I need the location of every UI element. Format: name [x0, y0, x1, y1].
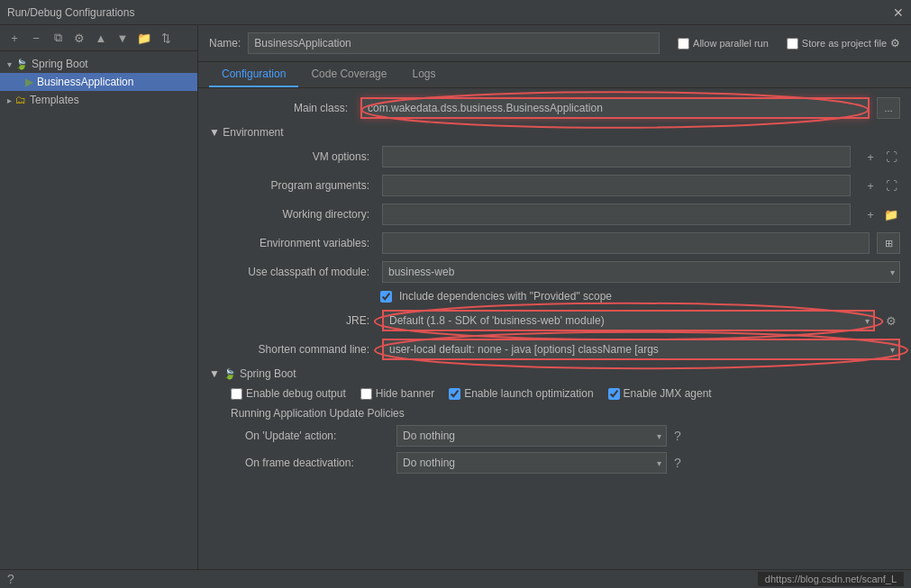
allow-parallel-checkbox[interactable]: [678, 38, 689, 50]
title-bar: Run/Debug Configurations ✕: [0, 0, 911, 25]
remove-config-button[interactable]: −: [27, 29, 45, 47]
on-frame-help-icon[interactable]: ?: [674, 456, 681, 470]
copy-config-button[interactable]: ⧉: [49, 29, 67, 47]
enable-debug-label[interactable]: Enable debug output: [231, 387, 346, 400]
store-project-row: Store as project file ⚙: [787, 37, 900, 50]
main-class-browse-button[interactable]: ...: [877, 97, 900, 119]
enable-debug-checkbox[interactable]: [231, 388, 242, 400]
program-args-input[interactable]: [382, 175, 851, 196]
watermark: dhttps://blog.csdn.net/scanf_L: [758, 572, 904, 586]
vm-options-fullscreen-button[interactable]: ⛶: [882, 148, 900, 166]
templates-group-header[interactable]: ▸ 🗂 Templates: [0, 91, 197, 109]
tab-logs[interactable]: Logs: [399, 62, 448, 87]
classpath-row: Use classpath of module: business-web: [209, 261, 900, 283]
sidebar-item-business-application[interactable]: ▶ BusinessApplication: [0, 73, 197, 91]
spring-boot-label: Spring Boot: [32, 58, 88, 70]
folder-button[interactable]: 📁: [135, 29, 153, 47]
main-class-input[interactable]: [360, 97, 870, 119]
env-vars-row: Environment variables: ⊞: [209, 232, 900, 254]
store-project-label: Store as project file: [802, 38, 887, 49]
app-icon: ▶: [25, 76, 33, 88]
include-deps-checkbox[interactable]: [380, 291, 392, 303]
hide-banner-label[interactable]: Hide banner: [360, 387, 434, 400]
working-dir-label: Working directory:: [231, 208, 375, 221]
sidebar: + − ⧉ ⚙ ▲ ▼ 📁 ⇅ ▾ 🍃 Spring Boot ▶ Busine…: [0, 25, 198, 569]
spring-boot-section-header[interactable]: ▼ 🍃 Spring Boot: [209, 367, 900, 380]
running-policies-header: Running Application Update Policies: [209, 407, 900, 420]
allow-parallel-row: Allow parallel run: [678, 38, 769, 50]
program-args-row: Program arguments: + ⛶: [209, 175, 900, 196]
on-update-select[interactable]: Do nothing Update classes and resources …: [396, 425, 667, 447]
title-bar-label: Run/Debug Configurations: [7, 6, 134, 19]
hide-banner-checkbox[interactable]: [360, 388, 372, 400]
enable-launch-label[interactable]: Enable launch optimization: [449, 387, 593, 400]
enable-launch-checkbox[interactable]: [449, 388, 460, 400]
move-up-button[interactable]: ▲: [92, 29, 110, 47]
enable-jmx-checkbox[interactable]: [608, 388, 620, 400]
business-app-label: BusinessApplication: [37, 76, 133, 88]
config-name-input[interactable]: [248, 32, 660, 54]
on-update-label: On 'Update' action:: [245, 430, 389, 442]
shorten-cmd-row: Shorten command line: user-local default…: [209, 339, 900, 360]
section-arrow-icon: ▼: [209, 367, 220, 380]
working-dir-input[interactable]: [382, 204, 851, 225]
working-dir-row: Working directory: + 📁: [209, 204, 900, 225]
jre-row: JRE: Default (1.8 - SDK of 'business-web…: [209, 310, 900, 331]
shorten-cmd-select[interactable]: user-local default: none - java [options…: [382, 339, 900, 360]
shorten-cmd-label: Shorten command line:: [231, 343, 375, 356]
enable-jmx-label[interactable]: Enable JMX agent: [608, 387, 712, 400]
form-content: Main class: ... ▼ Environment VM options…: [198, 88, 911, 569]
sidebar-toolbar: + − ⧉ ⚙ ▲ ▼ 📁 ⇅: [0, 25, 197, 51]
tab-configuration[interactable]: Configuration: [209, 62, 298, 87]
tab-logs-label: Logs: [412, 68, 435, 80]
tab-code-coverage-label: Code Coverage: [311, 68, 387, 80]
sort-button[interactable]: ⇅: [157, 29, 175, 47]
right-panel: Name: Allow parallel run Store as projec…: [198, 25, 911, 569]
program-args-expand-button[interactable]: +: [861, 176, 879, 194]
spring-boot-icon: 🍃: [15, 59, 28, 70]
spring-boot-checkboxes: Enable debug output Hide banner Enable l…: [209, 387, 900, 400]
on-frame-select[interactable]: Do nothing Update classes and resources …: [396, 452, 667, 474]
spring-boot-section: ▼ 🍃 Spring Boot Enable debug output Hide…: [209, 367, 900, 474]
store-project-checkbox[interactable]: [787, 38, 798, 50]
working-dir-browse-button[interactable]: 📁: [882, 205, 900, 223]
program-args-actions: + ⛶: [861, 176, 900, 194]
program-args-fullscreen-button[interactable]: ⛶: [882, 176, 900, 194]
title-bar-content: Run/Debug Configurations: [7, 6, 134, 19]
name-label: Name:: [209, 37, 241, 50]
config-header: Name: Allow parallel run Store as projec…: [198, 25, 911, 62]
move-down-button[interactable]: ▼: [114, 29, 132, 47]
vm-options-input[interactable]: [382, 146, 851, 167]
classpath-select[interactable]: business-web: [382, 261, 900, 283]
add-config-button[interactable]: +: [5, 29, 23, 47]
main-content: + − ⧉ ⚙ ▲ ▼ 📁 ⇅ ▾ 🍃 Spring Boot ▶ Busine…: [0, 25, 911, 569]
spring-boot-group-header[interactable]: ▾ 🍃 Spring Boot: [0, 55, 197, 73]
environment-label: ▼ Environment: [209, 126, 284, 139]
gear-icon[interactable]: ⚙: [890, 37, 900, 50]
working-dir-expand-button[interactable]: +: [861, 205, 879, 223]
on-frame-select-wrapper: Do nothing Update classes and resources …: [396, 452, 667, 474]
close-icon[interactable]: ✕: [893, 5, 904, 20]
shorten-cmd-select-wrapper: user-local default: none - java [options…: [382, 339, 900, 360]
jre-select[interactable]: Default (1.8 - SDK of 'business-web' mod…: [382, 310, 875, 331]
vm-options-actions: + ⛶: [861, 148, 900, 166]
main-class-row: Main class: ...: [209, 97, 900, 119]
vm-options-label: VM options:: [231, 150, 375, 163]
tab-code-coverage[interactable]: Code Coverage: [298, 62, 399, 87]
include-deps-row: Include dependencies with "Provided" sco…: [209, 290, 900, 303]
spring-boot-group: ▾ 🍃 Spring Boot ▶ BusinessApplication: [0, 55, 197, 91]
on-update-help-icon[interactable]: ?: [674, 429, 681, 443]
help-icon[interactable]: ?: [7, 572, 14, 586]
program-args-label: Program arguments:: [231, 179, 375, 192]
classpath-label: Use classpath of module:: [231, 266, 375, 278]
vm-options-expand-button[interactable]: +: [861, 148, 879, 166]
jre-edit-button[interactable]: ⚙: [882, 312, 900, 330]
chevron-right-icon: ▸: [7, 95, 12, 105]
classpath-select-wrapper: business-web: [382, 261, 900, 283]
environment-section-header[interactable]: ▼ Environment: [209, 126, 900, 139]
env-vars-input[interactable]: [382, 232, 870, 254]
env-vars-browse-button[interactable]: ⊞: [877, 232, 900, 254]
settings-button[interactable]: ⚙: [70, 29, 88, 47]
templates-group: ▸ 🗂 Templates: [0, 91, 197, 109]
spring-boot-section-label: Spring Boot: [240, 367, 296, 380]
